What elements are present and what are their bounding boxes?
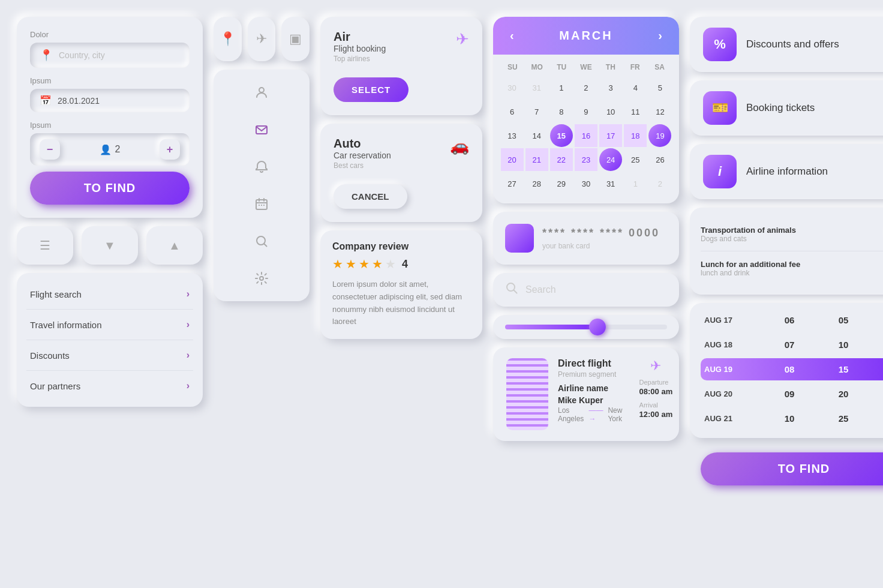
calendar-cell[interactable]: 21 [525,148,548,171]
menu-item-flight-search[interactable]: Flight search › [26,279,193,310]
slider-thumb[interactable] [589,319,606,335]
calendar-cell[interactable]: 26 [648,148,671,171]
calendar-cell[interactable]: 10 [599,100,622,123]
time-date: AUG 18 [704,340,746,349]
ticket-airline: Airline name [558,383,622,393]
calendar-cell[interactable]: 15 [550,124,573,147]
increment-button[interactable]: + [160,139,180,160]
calendar-cell[interactable]: 14 [525,124,548,147]
calendar-sidebar-icon[interactable] [248,191,275,217]
calendar-cell[interactable]: 30 [501,76,524,99]
chevron-down-icon: ▼ [104,239,116,253]
country-input[interactable]: 📍 Country, city [30,43,190,68]
prev-month-button[interactable]: ‹ [505,26,519,45]
booking-tickets-card[interactable]: 🎫 Booking tickets [690,80,883,136]
calendar-cell[interactable]: 29 [550,172,573,195]
calendar-cell[interactable]: 31 [599,172,622,195]
calendar-cell[interactable]: 9 [575,100,597,123]
decrement-button[interactable]: − [40,139,60,160]
country-placeholder: Country, city [59,50,105,60]
settings-icon[interactable] [248,265,275,292]
menu-item-travel[interactable]: Travel information › [26,310,193,340]
to-find-button[interactable]: TO FIND [30,172,190,205]
calendar-cell[interactable]: 20 [501,148,524,171]
slider-track[interactable] [505,325,667,329]
option-lunch-title: Lunch for an additional fee [701,260,800,269]
airline-info-card[interactable]: i Airline information [690,144,883,199]
star-1: ★ [332,257,343,271]
search-bar[interactable]: Search [493,273,679,307]
calendar-cell[interactable]: 1 [550,76,573,99]
calendar-cell[interactable]: 7 [525,100,548,123]
ticket-person: Mike Kuper [558,395,622,405]
calendar-cell[interactable]: 22 [550,148,573,171]
time-picker: AUG 170605AUG 180710AMAUG 190815PMAUG 20… [690,303,883,438]
calendar-cell[interactable]: 24 [599,148,622,171]
grid-icon-box[interactable]: ▣ [281,17,310,61]
calendar-cell[interactable]: 27 [501,172,524,195]
search-sidebar-icon[interactable] [248,228,275,254]
options-panel: Transportation of animals Dogs and cats … [690,208,883,295]
flight-icon-box[interactable]: ✈ [248,17,276,61]
calendar-cell[interactable]: 12 [648,100,671,123]
auto-card-desc: Best cars [334,161,391,170]
star-rating: ★ ★ ★ ★ ★ 4 [332,257,470,271]
location-icon-box[interactable]: 📍 [214,17,242,61]
calendar-cell[interactable]: 31 [525,76,548,99]
menu-label: Discounts [30,350,70,361]
discounts-card[interactable]: % Discounts and offers [690,17,883,72]
time-row[interactable]: AUG 211025 [701,407,883,430]
calendar-cell[interactable]: 13 [501,124,524,147]
option-animals: Transportation of animals Dogs and cats [701,217,883,251]
calendar-cell[interactable]: 6 [501,100,524,123]
calendar-cell[interactable]: 16 [575,124,597,147]
calendar-cell[interactable]: 1 [624,172,647,195]
cancel-button[interactable]: CANCEL [334,184,407,209]
navigation-menu: Flight search › Travel information › Dis… [17,273,203,407]
time-row[interactable]: AUG 180710AM [701,334,883,356]
calendar-cell[interactable]: 4 [624,76,647,99]
dropdown-button[interactable]: ▼ [82,226,138,265]
time-date: AUG 21 [704,414,746,423]
hamburger-button[interactable]: ☰ [17,226,73,265]
calendar-cell[interactable]: 25 [624,148,647,171]
profile-icon[interactable] [248,79,275,106]
calendar-cell[interactable]: 8 [550,100,573,123]
review-card: Company review ★ ★ ★ ★ ★ 4 Lorem ipsum d… [320,230,482,339]
menu-label: Our partners [30,381,80,391]
calendar-cell[interactable]: 18 [624,124,647,147]
date-value: 28.01.2021 [58,96,100,106]
air-booking-card: Air Flight booking Top airlines ✈ SELECT [320,17,482,115]
time-minute: 10 [833,340,854,350]
calendar-cell[interactable]: 28 [525,172,548,195]
calendar-cell[interactable]: 17 [599,124,622,147]
calendar-cell[interactable]: 2 [648,172,671,195]
calendar-cell[interactable]: 2 [575,76,597,99]
calendar-cell[interactable]: 11 [624,100,647,123]
destination: New York [608,406,622,423]
review-text: Lorem ipsum dolor sit amet, consectetuer… [332,278,470,328]
star-5: ★ [385,257,396,271]
calendar-cell[interactable]: 23 [575,148,597,171]
calendar-cell[interactable]: 5 [648,76,671,99]
menu-item-partners[interactable]: Our partners › [26,371,193,401]
slider-container [493,315,679,339]
calendar-grid: 3031123456789101112131415161718192021222… [500,76,672,195]
time-row[interactable]: AUG 170605 [701,309,883,331]
mail-icon[interactable] [248,116,275,143]
time-row[interactable]: AUG 200920 [701,383,883,405]
menu-item-discounts[interactable]: Discounts › [26,340,193,371]
bell-icon[interactable] [248,154,275,180]
next-month-button[interactable]: › [653,26,667,45]
chevron-right-icon: › [187,289,190,299]
calendar-cell[interactable]: 3 [599,76,622,99]
passengers-input: − 👤 2 + [30,133,190,166]
calendar-cell[interactable]: 30 [575,172,597,195]
select-button[interactable]: SELECT [334,77,409,102]
to-find-right-button[interactable]: TO FIND [701,452,883,485]
date-input[interactable]: 📅 28.01.2021 [30,89,190,112]
calendar-cell[interactable]: 19 [648,124,671,147]
time-row[interactable]: AUG 190815PM [701,358,883,380]
upload-button[interactable]: ▲ [146,226,203,265]
passengers-label: Ipsum [30,121,190,130]
